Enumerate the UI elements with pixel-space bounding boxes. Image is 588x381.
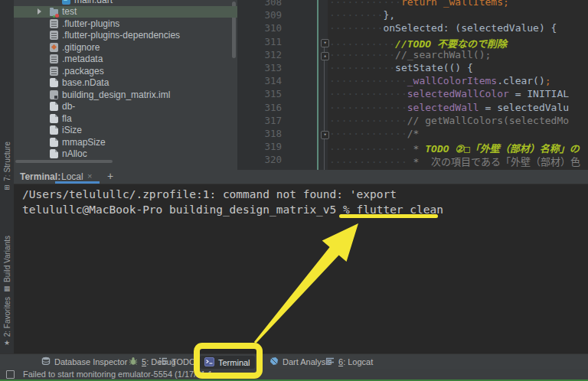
- bottom-tool-bar: Database Inspector5: DebugTODOTerminalDa…: [0, 353, 588, 370]
- tree-item-base-nData[interactable]: base.nData: [14, 77, 237, 90]
- line-number: 316: [237, 102, 282, 113]
- code-line-320: ············· * 次の項目である「外壁（部材）色: [329, 154, 580, 168]
- terminal-tab-local[interactable]: Local: [61, 171, 83, 182]
- code-line-308: ············return _wallItems;: [329, 0, 509, 8]
- terminal-panel-title: Terminal:: [20, 171, 60, 182]
- new-terminal-tab-button[interactable]: +: [107, 170, 113, 182]
- tree-item-test[interactable]: test: [14, 6, 237, 18]
- tree-item-label: db-: [62, 101, 75, 112]
- tool-button-todo[interactable]: TODO: [158, 354, 196, 370]
- tree-item-iSize[interactable]: iSize: [14, 125, 237, 137]
- left-tool-strip: 7: Structure ⊞ Build Variants ▦ 2: Favor…: [0, 0, 14, 353]
- line-number: 310: [237, 22, 282, 34]
- code-line-311: ···········//TODO 不要なので削除: [329, 36, 507, 50]
- config-file-icon: [50, 54, 58, 64]
- code-line-310: ·········onSelected: (selectedValue) {: [329, 22, 557, 34]
- expand-arrow-icon[interactable]: [38, 8, 41, 15]
- tool-button-6-logcat[interactable]: 6: Logcat: [325, 354, 373, 370]
- tree-item--flutter-plugins[interactable]: .flutter-plugins: [14, 18, 237, 30]
- code-line-315: ·············selectedWallColor = INITIAL: [329, 88, 569, 99]
- line-number: 318: [237, 128, 282, 139]
- tool-button-label: 6: Logcat: [338, 357, 373, 366]
- tree-item-fla[interactable]: fla: [14, 112, 237, 125]
- tree-item-nAlloc[interactable]: nAlloc: [14, 148, 237, 161]
- iml-file-icon: [50, 90, 58, 99]
- tree-item--packages[interactable]: .packages: [14, 65, 237, 77]
- tree-item-main-dart[interactable]: main.dart: [14, 0, 237, 6]
- code-line-316: ·············selectedWall = selectedValu: [329, 102, 569, 113]
- fold-range-line: [324, 44, 325, 170]
- dart-file-icon: [62, 0, 70, 5]
- tree-item-label: base.nData: [62, 77, 109, 88]
- tree-item-label: .flutter-plugins-dependencies: [62, 30, 180, 41]
- terminal-line-2: telulullc@MacBook-Pro building_design_ma…: [22, 204, 443, 216]
- tool-strip-favorites[interactable]: 2: Favorites ★: [0, 297, 14, 347]
- line-number: 320: [237, 154, 282, 165]
- structure-icon: ⊞: [4, 184, 10, 191]
- favorites-label: 2: Favorites: [3, 297, 11, 337]
- file-icon: [50, 149, 58, 158]
- tree-item-label: .metadata: [62, 54, 103, 64]
- tree-item-label: test: [62, 6, 77, 17]
- active-tab-underline: [55, 181, 100, 184]
- line-number: 311: [237, 36, 282, 47]
- debug-icon: [129, 357, 138, 367]
- status-bar: Failed to start monitoring emulator-5554…: [0, 369, 588, 379]
- ide-window: 7: Structure ⊞ Build Variants ▦ 2: Favor…: [0, 0, 588, 381]
- tree-item-label: iSize: [62, 125, 82, 135]
- tool-button-database-inspector[interactable]: Database Inspector: [41, 354, 127, 370]
- file-icon: [50, 114, 58, 123]
- star-icon: ★: [4, 339, 10, 347]
- build-variants-label: Build Variants: [3, 236, 11, 282]
- file-icon: [50, 102, 58, 111]
- tool-button-label: Terminal: [218, 358, 250, 367]
- tool-window-switcher-icon[interactable]: [6, 370, 15, 379]
- tree-item-label: nAlloc: [62, 148, 87, 159]
- tool-button-label: Dart Analysis: [283, 357, 332, 366]
- database-icon: [41, 357, 51, 367]
- tree-horizontal-scrollbar[interactable]: [15, 160, 113, 163]
- tree-item-label: main.dart: [74, 0, 113, 5]
- git-file-icon: [50, 43, 58, 52]
- code-line-314: ·············_wallColorItems.clear();: [329, 75, 551, 86]
- tree-item--metadata[interactable]: .metadata: [14, 54, 237, 66]
- config-file-icon: [50, 31, 58, 40]
- line-number: 315: [237, 88, 282, 99]
- tree-item-label: .flutter-plugins: [62, 18, 119, 29]
- code-editor[interactable]: 308············return _wallItems;309····…: [237, 0, 588, 170]
- tool-button-label: TODO: [172, 357, 196, 366]
- terminal-panel[interactable]: Terminal: Local × + /Users/telulullc/.zp…: [14, 170, 588, 353]
- code-line-312: ···········//_searchWall();: [329, 49, 491, 60]
- config-file-icon: [50, 19, 58, 28]
- tool-strip-build-variants[interactable]: Build Variants ▦: [0, 236, 14, 292]
- line-number: 309: [237, 9, 282, 21]
- line-number: 317: [237, 115, 282, 126]
- tool-button-label: Database Inspector: [54, 357, 127, 366]
- tree-item-label: mmapSize: [62, 137, 106, 148]
- line-number: 314: [237, 75, 282, 86]
- tree-item--flutter-plugins-dependencies[interactable]: .flutter-plugins-dependencies: [14, 30, 237, 42]
- tree-item-building-design-matrix-iml[interactable]: building_design_matrix.iml: [14, 89, 237, 101]
- close-icon[interactable]: ×: [87, 171, 92, 181]
- fold-marker-icon[interactable]: ▾: [321, 39, 329, 47]
- tree-item--gitignore[interactable]: .gitignore: [14, 41, 237, 54]
- fold-marker-icon[interactable]: ▴: [321, 52, 329, 60]
- code-line-319: ············· * TODO ②□「外壁（部材）名称」の: [329, 141, 580, 155]
- tree-item-db-[interactable]: db-: [14, 101, 237, 113]
- tree-item-label: .gitignore: [62, 42, 100, 53]
- terminal-tab-bar: Terminal: Local × +: [14, 170, 588, 184]
- config-file-icon: [50, 67, 58, 76]
- tool-button-terminal[interactable]: Terminal: [200, 356, 255, 369]
- project-tree-panel[interactable]: main.darttest.flutter-plugins.flutter-pl…: [14, 0, 237, 170]
- test-folder-icon: [50, 9, 58, 16]
- status-message: Failed to start monitoring emulator-5554…: [23, 370, 213, 379]
- tool-button-dart-analysis[interactable]: Dart Analysis: [270, 354, 332, 370]
- fold-marker-icon[interactable]: ▾: [321, 131, 329, 139]
- code-line-309: ·········},: [329, 9, 395, 21]
- line-number: 313: [237, 62, 282, 73]
- tree-item-mmapSize[interactable]: mmapSize: [14, 136, 237, 148]
- terminal-line-1: /Users/telulullc/.zprofile:1: command no…: [22, 188, 397, 200]
- dart-analysis-icon: [270, 357, 279, 367]
- tool-strip-structure[interactable]: 7: Structure ⊞: [0, 142, 14, 191]
- build-variants-icon: ▦: [4, 285, 11, 292]
